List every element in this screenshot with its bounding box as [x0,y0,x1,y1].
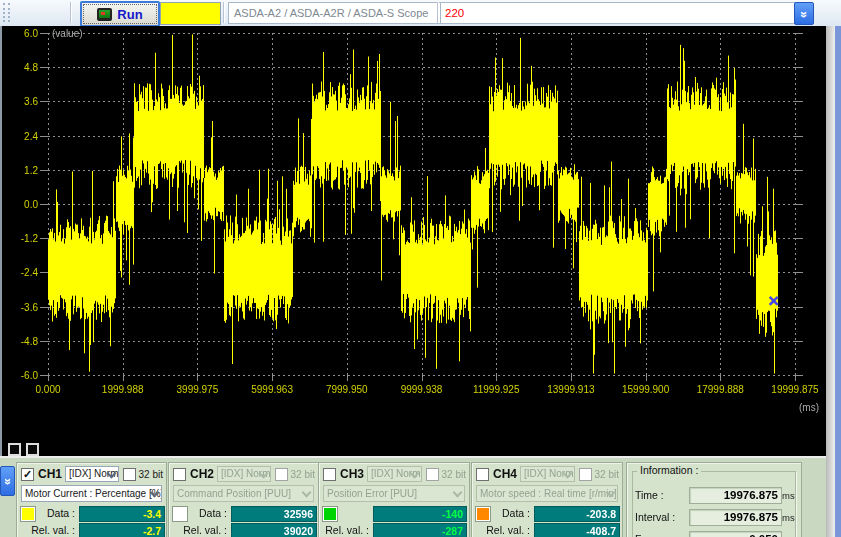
x-tick-label: 15999.900 [614,384,678,395]
chevron-down-icon [453,488,463,498]
time-unit: ms [782,490,795,501]
ch2-32bit-checkbox [275,468,288,481]
ch2-data-label: Data : [169,507,227,519]
ch4-signal-select: Motor speed : Real time [r/min] [476,485,618,502]
ch4-rel-label: Rel. val. : [472,524,530,536]
ch4-enable-checkbox[interactable] [476,468,489,481]
y-tick-label: 0.0 [2,199,38,210]
toolbar-separator [437,2,439,23]
toolbar-separator [70,2,72,23]
x-tick-label: 13999.913 [539,384,603,395]
time-axis-unit-label: (ms) [799,402,819,413]
ch4-32bit-label: 32 bit [595,469,619,480]
sample-count-field[interactable]: 220 [440,2,797,24]
x-tick-label: 7999.950 [315,384,379,395]
y-tick-label: -4.8 [2,336,38,347]
x-tick-label: 17999.888 [688,384,752,395]
asda-soft-scope-window: { "toolbar": { "run_label": "Run", "chan… [0,0,841,537]
information-title: Information : [637,464,701,476]
ch3-32bit-checkbox [426,468,439,481]
y-tick-label: -1.2 [2,233,38,244]
ch1-panel: ✓ CH1 [IDX] Normal 32 bit Motor Current … [16,462,167,537]
ch4-32bit-checkbox [579,468,592,481]
ch4-label: CH4 [493,467,517,481]
y-tick-label: -2.4 [2,267,38,278]
ch1-data-label: Data : [17,507,75,519]
information-panel: Information : Time : 19976.875 ms Interv… [626,462,802,537]
ch1-32bit-checkbox[interactable] [123,468,136,481]
ch3-data-value: -140 [373,506,467,522]
x-tick-label: 19999.875 [763,384,827,395]
ch2-label: CH2 [190,467,214,481]
x-tick-label: 3999.975 [165,384,229,395]
chevron-double-down-icon: » [798,11,810,17]
x-tick-label: 5999.963 [240,384,304,395]
time-value: 19976.875 [689,487,782,504]
ch1-mode-select[interactable]: [IDX] Normal [65,466,119,482]
plot-toggle-square-1[interactable] [8,443,21,456]
y-tick-label: 6.0 [2,28,38,39]
window-left-edge [0,26,2,456]
chevron-down-icon [302,488,312,498]
ch2-enable-checkbox[interactable] [173,468,186,481]
ch2-panel: CH2 [IDX] Normal 32 bit Command Position… [168,462,319,537]
ch4-panel: CH4 [IDX] Normal 32 bit Motor speed : Re… [471,462,623,537]
ch2-32bit-label: 32 bit [291,469,315,480]
ch3-signal-select: Position Error [PUU] [323,485,465,502]
y-tick-label: -3.6 [2,302,38,313]
ch4-data-label: Data : [472,507,530,519]
channel-color-swatch[interactable] [160,2,221,25]
scope-run-icon [97,8,112,21]
scope-plot-area[interactable]: (value) (ms) 6.04.83.62.41.20.0-1.2-2.4-… [0,26,827,456]
ch4-mode-select: [IDX] Normal [520,466,575,482]
frequency-label: Frequency : [635,533,690,537]
value-axis-label: (value) [52,28,83,39]
ch3-panel: CH3 [IDX] Normal 32 bit Position Error [… [318,462,470,537]
y-tick-label: 2.4 [2,131,38,142]
chevron-double-down-icon: » [2,478,14,484]
interval-label: Interval : [635,511,675,523]
ch2-mode-select: [IDX] Normal [217,466,271,482]
ch1-rel-value: -2.7 [79,523,165,537]
time-label: Time : [635,489,664,501]
y-tick-label: 4.8 [2,62,38,73]
y-tick-label: 3.6 [2,96,38,107]
ch1-signal-select[interactable]: Motor Current : Percentage [%] [21,485,162,502]
information-groupbox [632,471,796,537]
x-tick-label: 9999.938 [390,384,454,395]
y-tick-label: 1.2 [2,165,38,176]
ch1-rel-label: Rel. val. : [17,524,75,536]
x-tick-label: 0.000 [16,384,80,395]
toolbar-separator [223,2,225,23]
frequency-value: 0.050 [689,531,782,537]
window-right-edge [826,26,835,537]
ch1-32bit-label: 32 bit [139,469,163,480]
ch3-color-swatch[interactable] [323,507,337,521]
ch3-32bit-label: 32 bit [442,469,466,480]
run-button-focus-rect [83,4,157,24]
ch2-data-value: 32596 [231,506,317,522]
run-button[interactable]: Run [80,1,160,27]
toolbar: Run ASDA-A2 / ASDA-A2R / ASDA-S Scope 22… [0,0,841,27]
ch1-label: CH1 [38,467,62,481]
interval-value: 19976.875 [689,509,782,526]
ch1-data-value: -3.4 [79,506,165,522]
channel-panel-collapse-button[interactable]: » [0,466,15,496]
ch1-enable-checkbox[interactable]: ✓ [21,468,34,481]
channel-settings-region: » ✓ CH1 [IDX] Normal 32 bit Motor Curren… [0,456,827,537]
toolbar-collapse-button[interactable]: » [794,2,814,25]
toolbar-grip[interactable] [8,3,13,22]
ch3-enable-checkbox[interactable] [323,468,336,481]
plot-toggle-square-2[interactable] [26,443,39,456]
scope-model-select[interactable]: ASDA-A2 / ASDA-A2R / ASDA-S Scope [228,2,442,24]
y-tick-label: -6.0 [2,370,38,381]
ch3-rel-label: Rel. val. : [319,524,369,536]
window-right-border [835,26,841,537]
ch3-label: CH3 [340,467,364,481]
ch3-mode-select: [IDX] Normal [367,466,422,482]
ch3-rel-value: -287 [373,523,467,537]
x-tick-label: 11999.925 [464,384,528,395]
x-tick-label: 1999.988 [91,384,155,395]
ch2-rel-label: Rel. val. : [169,524,227,536]
ch2-signal-select: Command Position [PUU] [173,485,314,502]
